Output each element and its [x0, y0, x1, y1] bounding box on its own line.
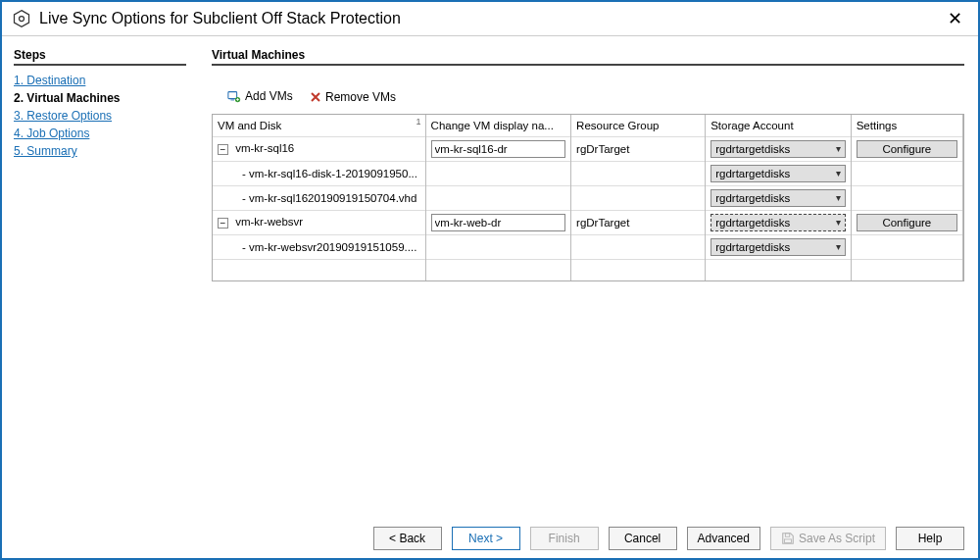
svg-rect-3 [231, 100, 235, 101]
step-job-options[interactable]: 4. Job Options [14, 127, 186, 140]
step-restore-options[interactable]: 3. Restore Options [14, 109, 186, 123]
vm-name-cell[interactable]: − vm-kr-sql16 [213, 136, 425, 161]
body: Steps 1. Destination 2. Virtual Machines… [2, 36, 978, 519]
step-virtual-machines: 2. Virtual Machines [14, 91, 186, 105]
add-vms-label: Add VMs [245, 89, 293, 103]
titlebar: Live Sync Options for Subclient Off Stac… [2, 2, 978, 36]
vm-name-cell[interactable]: − vm-kr-websvr [213, 210, 425, 234]
close-button[interactable]: ✕ [942, 8, 968, 29]
chevron-down-icon: ▾ [836, 143, 841, 154]
chevron-down-icon: ▾ [836, 241, 841, 252]
chevron-down-icon: ▾ [836, 168, 841, 178]
remove-vm-icon [310, 91, 321, 103]
disk-name-cell[interactable]: - vm-kr-sql16-disk-1-2019091950... [213, 161, 425, 185]
configure-button[interactable]: Configure [857, 140, 957, 158]
storage-account-select[interactable]: rgdrtargetdisks ▾ [710, 140, 846, 158]
resource-group-cell: rgDrTarget [571, 136, 706, 161]
table-row: - vm-kr-websvr20190919151059.... rgdrtar… [213, 234, 963, 259]
vm-grid: VM and Disk 1 Change VM display na... Re… [212, 114, 964, 281]
table-row: - vm-kr-sql16-disk-1-2019091950... rgdrt… [213, 161, 963, 185]
main-panel: Virtual Machines Add VMs Remove VMs [198, 36, 978, 519]
chevron-down-icon: ▾ [836, 192, 841, 203]
collapse-icon[interactable]: − [218, 144, 228, 155]
svg-rect-2 [228, 92, 237, 99]
storage-account-select[interactable]: rgdrtargetdisks ▾ [710, 165, 846, 182]
col-vm-and-disk[interactable]: VM and Disk 1 [213, 115, 425, 136]
help-button[interactable]: Help [896, 527, 964, 550]
resource-group-cell: rgDrTarget [571, 210, 706, 234]
table-row: - vm-kr-sql1620190919150704.vhd rgdrtarg… [213, 185, 963, 210]
back-button[interactable]: < Back [373, 527, 442, 550]
configure-button[interactable]: Configure [857, 214, 957, 231]
section-header: Virtual Machines [212, 44, 964, 66]
col-resource-group[interactable]: Resource Group [571, 115, 706, 136]
col-settings[interactable]: Settings [851, 115, 962, 136]
display-name-input[interactable] [431, 140, 566, 158]
remove-vms-button[interactable]: Remove VMs [310, 90, 396, 104]
storage-account-select[interactable]: rgdrtargetdisks ▾ [710, 238, 846, 256]
wizard-window: Live Sync Options for Subclient Off Stac… [0, 0, 980, 560]
table-row [213, 259, 963, 280]
svg-point-1 [20, 17, 24, 22]
disk-name-cell[interactable]: - vm-kr-sql1620190919150704.vhd [213, 185, 425, 210]
steps-sidebar: Steps 1. Destination 2. Virtual Machines… [2, 36, 198, 519]
svg-marker-0 [15, 11, 29, 27]
cancel-button[interactable]: Cancel [609, 527, 677, 550]
save-as-script-button: Save As Script [770, 527, 886, 550]
collapse-icon[interactable]: − [218, 218, 228, 229]
col-storage-account[interactable]: Storage Account [706, 115, 852, 136]
advanced-button[interactable]: Advanced [687, 527, 760, 550]
floppy-icon [781, 532, 795, 545]
step-destination[interactable]: 1. Destination [14, 74, 186, 87]
storage-account-select[interactable]: rgdrtargetdisks ▾ [710, 189, 846, 207]
svg-rect-6 [784, 539, 791, 543]
add-vm-icon [227, 89, 241, 103]
col-display-name[interactable]: Change VM display na... [425, 115, 571, 136]
finish-button: Finish [530, 527, 599, 550]
remove-vms-label: Remove VMs [325, 90, 396, 104]
window-title: Live Sync Options for Subclient Off Stac… [39, 10, 942, 27]
vm-toolbar: Add VMs Remove VMs [212, 85, 964, 114]
steps-header: Steps [14, 44, 186, 66]
disk-name-cell[interactable]: - vm-kr-websvr20190919151059.... [213, 234, 425, 259]
step-summary[interactable]: 5. Summary [14, 144, 186, 158]
storage-account-select[interactable]: rgdrtargetdisks ▾ [710, 214, 846, 231]
chevron-down-icon: ▾ [836, 217, 841, 228]
wizard-footer: < Back Next > Finish Cancel Advanced Sav… [2, 519, 978, 558]
sort-indicator: 1 [416, 117, 421, 127]
next-button[interactable]: Next > [452, 527, 520, 550]
table-row: − vm-kr-sql16 rgDrTarget rgdrtargetdisks… [213, 136, 963, 161]
grid-header-row: VM and Disk 1 Change VM display na... Re… [213, 115, 963, 136]
table-row: − vm-kr-websvr rgDrTarget rgdrtargetdisk… [213, 210, 963, 234]
display-name-input[interactable] [431, 214, 566, 231]
add-vms-button[interactable]: Add VMs [227, 89, 293, 103]
app-hex-icon [12, 9, 31, 28]
